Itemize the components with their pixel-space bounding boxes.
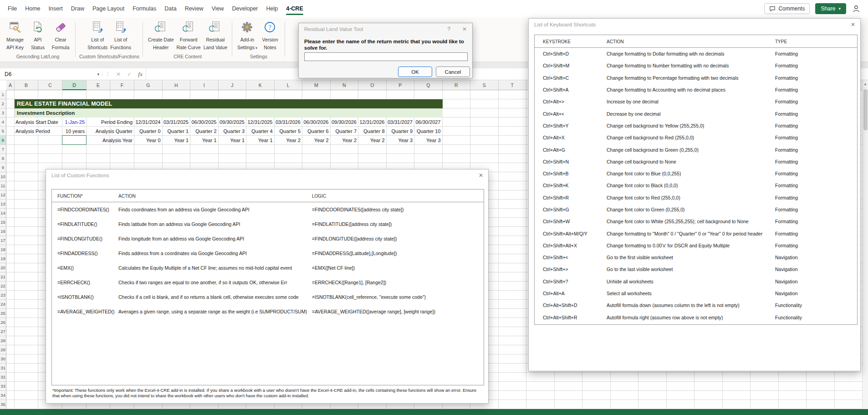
row-header-6[interactable]: 6 bbox=[0, 136, 6, 145]
row-header-14[interactable]: 14 bbox=[0, 209, 6, 218]
column-header-O[interactable]: O bbox=[358, 80, 387, 90]
tab-developer[interactable]: Developer bbox=[228, 0, 262, 17]
row-header-9[interactable]: 9 bbox=[0, 163, 6, 172]
period-cell[interactable]: Quarter 6 bbox=[302, 127, 331, 136]
row-header-24[interactable]: 24 bbox=[0, 300, 6, 309]
row-header-7[interactable]: 7 bbox=[0, 145, 6, 154]
tab-help[interactable]: Help bbox=[262, 0, 282, 17]
tab-formulas[interactable]: Formulas bbox=[128, 0, 160, 17]
period-cell[interactable]: 12/31/2025 bbox=[246, 118, 275, 127]
period-cell[interactable]: 03/31/2027 bbox=[387, 118, 415, 127]
share-button[interactable]: Share ▾ bbox=[815, 3, 846, 14]
row-header-30[interactable]: 30 bbox=[0, 354, 6, 364]
column-header-Q[interactable]: Q bbox=[414, 80, 443, 90]
period-cell[interactable]: Quarter 3 bbox=[219, 127, 247, 136]
column-header-I[interactable]: I bbox=[190, 80, 219, 90]
row-header-27[interactable]: 27 bbox=[0, 327, 6, 336]
return-metric-input[interactable] bbox=[304, 52, 468, 61]
row-header-1[interactable]: 1 bbox=[0, 90, 6, 99]
residual-land-value-button[interactable]: ResidualLand Value bbox=[202, 19, 229, 50]
version-notes-button[interactable]: ?VersionNotes bbox=[259, 19, 281, 50]
add-in-settings-button[interactable]: Add-inSettings▾ bbox=[236, 19, 259, 51]
tab-data[interactable]: Data bbox=[160, 0, 180, 17]
formula-bar-handle[interactable]: ⋮ bbox=[102, 71, 113, 77]
clear-formula-button[interactable]: ClearFormula bbox=[49, 19, 72, 50]
period-cell[interactable]: 06/30/2025 bbox=[190, 118, 219, 127]
period-cell[interactable]: Year 1 bbox=[163, 136, 191, 145]
tab-file[interactable]: File bbox=[4, 0, 21, 17]
period-cell[interactable]: Year 2 bbox=[331, 136, 359, 145]
row-header-20[interactable]: 20 bbox=[0, 263, 6, 272]
period-cell[interactable]: 09/30/2026 bbox=[331, 118, 359, 127]
tab-draw[interactable]: Draw bbox=[67, 0, 88, 17]
row-header-21[interactable]: 21 bbox=[0, 272, 6, 282]
row-header-29[interactable]: 29 bbox=[0, 345, 6, 354]
value-cell[interactable]: 10 years bbox=[62, 127, 87, 136]
column-header-P[interactable]: P bbox=[387, 80, 415, 90]
row-header-17[interactable]: 17 bbox=[0, 236, 6, 245]
row-header-label-cell[interactable]: Period Ending bbox=[87, 118, 134, 127]
column-header-B[interactable]: B bbox=[15, 80, 38, 90]
period-cell[interactable]: Year 1 bbox=[246, 136, 275, 145]
period-cell[interactable]: Quarter 0 bbox=[134, 127, 163, 136]
close-icon[interactable]: ✕ bbox=[479, 172, 483, 179]
help-icon[interactable]: ? bbox=[447, 26, 450, 32]
row-header-label-cell[interactable]: Analysis Quarter bbox=[87, 127, 134, 136]
period-cell[interactable]: Year 1 bbox=[190, 136, 219, 145]
period-cell[interactable]: 03/31/2025 bbox=[163, 118, 191, 127]
manage-api-key-button[interactable]: ManageAPI Key bbox=[4, 19, 26, 50]
row-header-8[interactable]: 8 bbox=[0, 154, 6, 163]
column-header-S[interactable]: S bbox=[470, 80, 499, 90]
row-header-10[interactable]: 10 bbox=[0, 172, 6, 181]
row-header-11[interactable]: 11 bbox=[0, 181, 6, 190]
forward-rate-curve-button[interactable]: ForwardRate Curve bbox=[175, 19, 202, 50]
scroll-up-icon[interactable]: ▲ bbox=[863, 80, 868, 86]
tab-page-layout[interactable]: Page Layout bbox=[88, 0, 128, 17]
period-cell[interactable]: Quarter 8 bbox=[358, 127, 387, 136]
period-cell[interactable]: 09/30/2025 bbox=[219, 118, 247, 127]
confirm-entry-icon[interactable]: ✓ bbox=[124, 71, 135, 77]
period-cell[interactable]: Year 3 bbox=[387, 136, 415, 145]
period-cell[interactable]: 06/30/2026 bbox=[302, 118, 331, 127]
period-cell[interactable]: 12/31/2024 bbox=[134, 118, 163, 127]
row-header-34[interactable]: 34 bbox=[0, 391, 6, 400]
row-header-4[interactable]: 4 bbox=[0, 118, 6, 127]
column-header-N[interactable]: N bbox=[331, 80, 359, 90]
period-cell[interactable]: Quarter 7 bbox=[331, 127, 359, 136]
row-header-12[interactable]: 12 bbox=[0, 190, 6, 200]
row-header-23[interactable]: 23 bbox=[0, 291, 6, 300]
row-header-3[interactable]: 3 bbox=[0, 108, 6, 118]
row-header-13[interactable]: 13 bbox=[0, 200, 6, 209]
section-header-cell[interactable]: Investment Description bbox=[15, 108, 443, 118]
period-cell[interactable]: Quarter 5 bbox=[275, 127, 303, 136]
close-icon[interactable]: ✕ bbox=[851, 21, 855, 28]
tab-review[interactable]: Review bbox=[181, 0, 208, 17]
scrollbar-thumb[interactable] bbox=[863, 89, 868, 130]
row-header-25[interactable]: 25 bbox=[0, 309, 6, 318]
row-header-16[interactable]: 16 bbox=[0, 227, 6, 236]
column-header-J[interactable]: J bbox=[219, 80, 247, 90]
column-header-M[interactable]: M bbox=[302, 80, 331, 90]
period-cell[interactable]: Year 2 bbox=[275, 136, 303, 145]
period-cell[interactable]: Year 3 bbox=[414, 136, 443, 145]
row-header-26[interactable]: 26 bbox=[0, 318, 6, 327]
list-of-functions-button[interactable]: List ofFunctions bbox=[109, 19, 133, 50]
period-cell[interactable]: 06/30/2027 bbox=[414, 118, 443, 127]
close-icon[interactable]: ✕ bbox=[462, 26, 467, 32]
period-cell[interactable]: 03/31/2026 bbox=[275, 118, 303, 127]
period-cell[interactable]: Quarter 1 bbox=[163, 127, 191, 136]
cancel-button[interactable]: Cancel bbox=[436, 67, 470, 77]
period-cell[interactable]: 12/31/2026 bbox=[358, 118, 387, 127]
row-header-28[interactable]: 28 bbox=[0, 336, 6, 345]
period-cell[interactable]: Quarter 2 bbox=[190, 127, 219, 136]
column-header-K[interactable]: K bbox=[246, 80, 275, 90]
row-header-label-cell[interactable]: Analysis Year bbox=[87, 136, 134, 145]
column-header-F[interactable]: F bbox=[110, 80, 134, 90]
column-header-T[interactable]: T bbox=[499, 80, 527, 90]
ok-button[interactable]: OK bbox=[398, 67, 432, 77]
api-status-button[interactable]: APIStatus bbox=[26, 19, 49, 50]
row-header-5[interactable]: 5 bbox=[0, 127, 6, 136]
column-header-D[interactable]: D bbox=[62, 80, 87, 90]
period-cell[interactable]: Quarter 10 bbox=[414, 127, 443, 136]
column-header-R[interactable]: R bbox=[443, 80, 471, 90]
